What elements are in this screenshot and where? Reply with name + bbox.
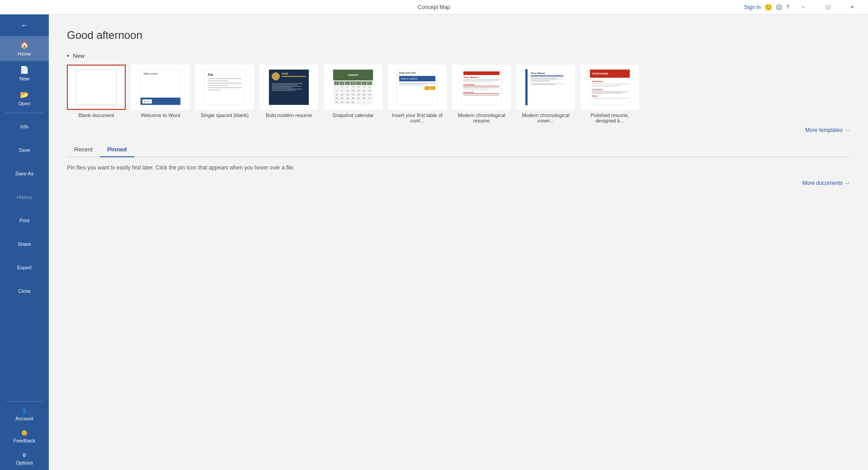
print-label: Print — [19, 218, 30, 223]
account-label: Account — [15, 416, 33, 421]
template-toc[interactable]: Insert your first Table of contents ▶ In… — [388, 65, 447, 123]
more-templates-label: More templates — [805, 127, 843, 133]
app-title: Concept Map — [418, 4, 450, 10]
template-label-single: Single spaced (blank) — [201, 113, 249, 118]
info-label: Info — [20, 124, 28, 129]
template-thumb-calendar[interactable]: JANUARY SMTWTFS 123456 78910111213 14151… — [324, 65, 382, 110]
template-thumb-toc[interactable]: Insert your first Table of contents ▶ — [388, 65, 447, 110]
template-bold-resume[interactable]: NAME Bold m — [259, 65, 318, 123]
sidebar-item-history[interactable]: History — [0, 185, 49, 209]
toc-preview: Insert your first Table of contents ▶ — [397, 69, 438, 105]
sidebar-item-home[interactable]: 🏠 Home — [0, 36, 49, 61]
minimize-button[interactable]: ─ — [793, 0, 814, 14]
more-templates-link[interactable]: More templates → — [805, 127, 850, 133]
template-modern-chrono-cover[interactable]: Your Name Modern chronological cover... — [516, 65, 575, 123]
template-label-welcome: Welcome to Word — [141, 113, 180, 118]
template-label-modern-chrono-cover: Modern chronological cover... — [516, 113, 575, 123]
restore-button[interactable]: ⬜ — [817, 0, 838, 14]
sidebar-divider-2 — [5, 401, 43, 402]
open-folder-icon: 📂 — [20, 90, 29, 99]
templates-row: Blank document Take a tour ▶ Start Welco… — [67, 65, 850, 123]
feedback-icon: 😊 — [21, 430, 28, 436]
tab-pinned-label: Pinned — [107, 146, 127, 153]
sidebar-new-label: New — [19, 76, 29, 81]
close-label: Close — [18, 288, 31, 294]
options-label: Options — [16, 460, 33, 465]
template-modern-chrono-resume[interactable]: Your Name EXPERIENCE EDUCATION Modern ch… — [452, 65, 511, 123]
pinned-message: Pin files you want to easily find later.… — [67, 164, 850, 171]
more-templates-link-container: More templates → — [67, 127, 850, 133]
sidebar-item-account[interactable]: 👤 Account — [0, 404, 49, 426]
sidebar-item-save[interactable]: Save — [0, 138, 49, 162]
more-documents-link[interactable]: More documents → — [802, 180, 850, 186]
sidebar-bottom: 👤 Account 😊 Feedback ⚙ Options — [0, 400, 49, 470]
template-thumb-single[interactable]: Aa — [195, 65, 254, 110]
sidebar-home-label: Home — [18, 51, 31, 56]
welcome-preview: Take a tour ▶ Start — [140, 69, 181, 105]
close-button[interactable]: ✕ — [842, 0, 863, 14]
template-label-blank: Blank document — [79, 113, 114, 118]
more-documents-label: More documents — [802, 180, 843, 186]
template-polished-resume[interactable]: YOUR NAME EXPERIENCE EDUCATION SKILLS — [580, 65, 639, 123]
back-button[interactable]: ← — [0, 14, 49, 36]
sidebar-item-info[interactable]: Info — [0, 115, 49, 138]
template-calendar[interactable]: JANUARY SMTWTFS 123456 78910111213 14151… — [324, 65, 382, 123]
title-bar: Concept Map Sign in 🙂 ☹ ? ─ ⬜ ✕ — [0, 0, 868, 14]
calendar-preview: JANUARY SMTWTFS 123456 78910111213 14151… — [333, 69, 373, 105]
bold-resume-preview: NAME — [269, 69, 309, 105]
template-thumb-modern-chrono-resume[interactable]: Your Name EXPERIENCE EDUCATION — [452, 65, 511, 110]
template-label-polished-resume: Polished resume, designed b... — [580, 113, 639, 123]
save-label: Save — [19, 147, 30, 153]
single-preview: Aa — [204, 69, 245, 105]
share-label: Share — [18, 241, 31, 247]
template-thumb-modern-chrono-cover[interactable]: Your Name — [516, 65, 575, 110]
sidebar-item-save-as[interactable]: Save As — [0, 162, 49, 185]
new-doc-icon: 📄 — [20, 66, 29, 74]
emoji-smile-icon[interactable]: 🙂 — [764, 4, 772, 11]
tab-recent-label: Recent — [74, 146, 93, 153]
template-thumb-polished-resume[interactable]: YOUR NAME EXPERIENCE EDUCATION SKILLS — [580, 65, 639, 110]
feedback-label: Feedback — [14, 438, 35, 443]
sidebar-item-new[interactable]: 📄 New — [0, 61, 49, 86]
blank-doc-preview — [76, 69, 117, 105]
tab-pinned[interactable]: Pinned — [100, 142, 134, 157]
new-section-label: New — [73, 52, 85, 59]
template-single-spaced[interactable]: Aa Single spaced (blank) — [195, 65, 254, 123]
help-icon[interactable]: ? — [786, 4, 789, 10]
template-thumb-blank[interactable] — [67, 65, 126, 110]
sidebar-item-export[interactable]: Export — [0, 256, 49, 279]
more-documents-arrow: → — [844, 180, 850, 186]
history-label: History — [17, 194, 32, 200]
options-icon: ⚙ — [22, 452, 27, 458]
export-label: Export — [17, 265, 32, 270]
template-thumb-bold-resume[interactable]: NAME — [259, 65, 318, 110]
tab-recent[interactable]: Recent — [67, 142, 100, 157]
chrono-cover-preview: Your Name — [525, 69, 566, 105]
signin-button[interactable]: Sign in — [744, 4, 761, 10]
emoji-frown-icon[interactable]: ☹ — [776, 4, 783, 11]
home-icon: 🏠 — [20, 41, 29, 49]
account-icon: 👤 — [21, 408, 28, 414]
more-templates-arrow: → — [844, 127, 850, 133]
template-label-calendar: Snapshot calendar — [332, 113, 374, 118]
template-welcome[interactable]: Take a tour ▶ Start Welcome to Word — [131, 65, 190, 123]
new-section-header[interactable]: ▾ New — [67, 52, 850, 59]
sidebar-item-options[interactable]: ⚙ Options — [0, 448, 49, 470]
sidebar-divider-1 — [5, 113, 43, 113]
sidebar-item-feedback[interactable]: 😊 Feedback — [0, 426, 49, 448]
polished-resume-preview: YOUR NAME EXPERIENCE EDUCATION SKILLS — [590, 69, 630, 105]
template-thumb-welcome[interactable]: Take a tour ▶ Start — [131, 65, 190, 110]
template-label-bold-resume: Bold modern resume — [266, 113, 312, 118]
app-body: ← 🏠 Home 📄 New 📂 Open Info Save Save As … — [0, 14, 868, 470]
content-area: Good afternoon ▾ New Blank document Take… — [49, 14, 868, 470]
sidebar-item-print[interactable]: Print — [0, 209, 49, 232]
document-tabs: Recent Pinned — [67, 142, 850, 157]
sidebar-item-share[interactable]: Share — [0, 232, 49, 256]
sidebar-item-open[interactable]: 📂 Open — [0, 86, 49, 111]
page-title: Good afternoon — [67, 29, 850, 42]
template-blank[interactable]: Blank document — [67, 65, 126, 123]
chevron-down-icon: ▾ — [67, 53, 69, 58]
chrono-resume-preview: Your Name EXPERIENCE EDUCATION — [461, 69, 502, 105]
sidebar-open-label: Open — [19, 101, 31, 106]
sidebar-item-close[interactable]: Close — [0, 279, 49, 303]
